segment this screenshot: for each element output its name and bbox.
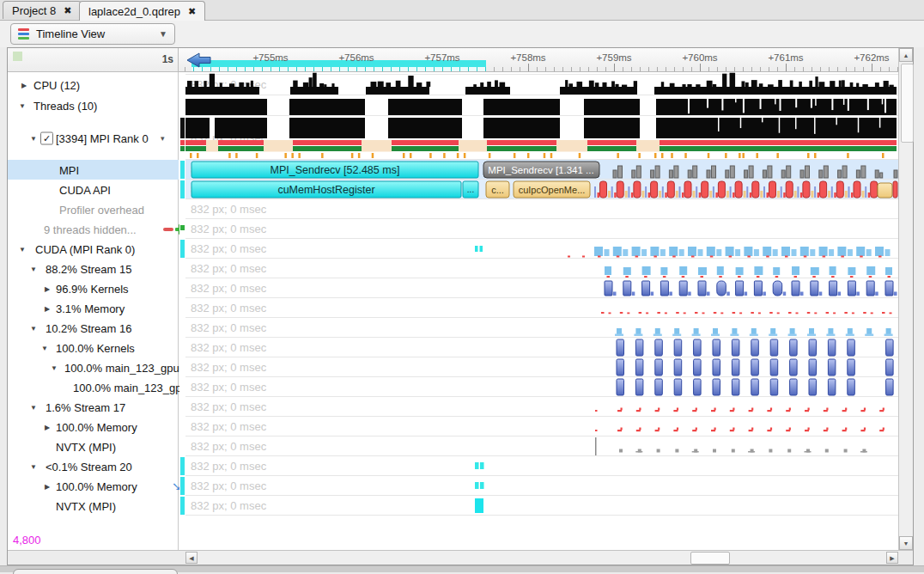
- tab-project-label: Project 8: [12, 4, 56, 17]
- sidebar-item-main123[interactable]: ▼100.0% main_123_gpu: [8, 357, 179, 377]
- sidebar-item-label: 100.0% main_123_gpu: [73, 381, 188, 394]
- expand-arrow-icon[interactable]: ▼: [19, 102, 26, 110]
- timeline-row-cuda-row[interactable]: [475, 246, 891, 258]
- timeline-row-memory20-row[interactable]: [475, 482, 484, 489]
- tab-qdrep-label: laplace2d_0.qdrep: [88, 5, 180, 18]
- expand-arrow-icon[interactable]: ▼: [30, 265, 37, 272]
- timeline-row-main123-row[interactable]: [617, 359, 893, 376]
- sidebar-item-kernels969[interactable]: ▶96.9% Kernels: [8, 278, 179, 298]
- row-marker-threads-hidden: [180, 225, 185, 230]
- collapse-arrow-icon[interactable]: ▶: [45, 284, 50, 292]
- sidebar-item-memory20[interactable]: ▶100.0% Memory➘: [8, 476, 179, 496]
- sidebar-item-profiler-overhead[interactable]: Profiler overhead: [8, 199, 179, 219]
- hide-threads-icon[interactable]: [163, 228, 173, 231]
- expand-arrow-icon[interactable]: ▼: [51, 363, 58, 371]
- sidebar-item-cpu[interactable]: ▶CPU (12): [8, 75, 179, 95]
- sidebar-item-memory31[interactable]: ▶3.1% Memory: [8, 298, 179, 318]
- timeline-tree: ▶CPU (12)▼Threads (10)▼✓[3394] MPI Rank …: [8, 72, 179, 550]
- collapse-arrow-icon[interactable]: ▶: [45, 304, 50, 312]
- timeline-panel: 1s +755ms+756ms+757ms+758ms+759ms+760ms+…: [7, 47, 914, 565]
- sidebar-item-label: NVTX (MPI): [56, 440, 116, 453]
- sidebar-item-main123b[interactable]: 100.0% main_123_gpu: [8, 377, 179, 397]
- timeline-row-threads-row[interactable]: [185, 99, 897, 115]
- expand-arrow-icon[interactable]: ▼: [30, 462, 37, 470]
- sidebar-item-kernels100[interactable]: ▼100.0% Kernels: [8, 338, 179, 357]
- row-marker-rank0: [180, 118, 185, 138]
- ruler-tick-label: +762ms: [842, 52, 898, 63]
- row-marker-nvtx2: [180, 497, 185, 515]
- sidebar-item-label: 100.0% Memory: [56, 479, 137, 492]
- timeline-row-memory17-row[interactable]: [595, 428, 884, 432]
- timeline-canvas[interactable]: MPI_Sendrecv [52.485 ms]MPI_Sendrecv [1.…: [185, 72, 898, 550]
- collapse-arrow-icon[interactable]: ▶: [45, 482, 50, 490]
- timeline-row-stream15-row[interactable]: [605, 266, 892, 278]
- expand-arrow-icon[interactable]: ▼: [41, 344, 48, 351]
- tab-qdrep-close-icon[interactable]: ✖: [188, 6, 196, 17]
- sidebar-item-nvtx1[interactable]: NVTX (MPI): [8, 437, 179, 456]
- timeline-row-kernels969-row[interactable]: [605, 281, 897, 296]
- zoom-back-arrow-button[interactable]: [185, 51, 213, 70]
- tab-project-close-icon[interactable]: ✖: [64, 5, 71, 16]
- horizontal-scroll-thumb[interactable]: [690, 552, 730, 565]
- timeline-ruler[interactable]: +755ms+756ms+757ms+758ms+759ms+760ms+761…: [179, 48, 898, 72]
- event-counter: 4,800: [13, 534, 41, 547]
- sidebar-item-cuda-api[interactable]: CUDA API: [8, 180, 179, 199]
- sidebar-item-threads[interactable]: ▼Threads (10): [8, 95, 179, 116]
- view-selector-dropdown[interactable]: Timeline View ▼: [10, 23, 175, 45]
- sidebar-item-mpi[interactable]: MPI: [8, 160, 179, 180]
- scroll-up-icon[interactable]: ▲: [899, 48, 913, 62]
- timeline-row-kernels100-row[interactable]: [617, 339, 893, 356]
- sidebar-item-label: CUDA (MPI Rank 0): [35, 242, 135, 255]
- expand-arrow-icon[interactable]: ▼: [30, 134, 37, 142]
- timeline-row-rank0-row[interactable]: [185, 118, 897, 158]
- horizontal-scrollbar[interactable]: ◀ ▶: [185, 551, 898, 565]
- sidebar-item-rank0[interactable]: ▼✓[3394] MPI Rank 0▾: [8, 116, 179, 160]
- view-selector-label: Timeline View: [36, 27, 105, 40]
- timeline-row-nvtx1-row[interactable]: [595, 437, 867, 455]
- scroll-down-icon[interactable]: ▼: [899, 536, 913, 550]
- sidebar-item-memory17[interactable]: ▶100.0% Memory: [8, 417, 179, 437]
- svg-text:...: ...: [467, 185, 474, 194]
- tree-header: 1s: [8, 48, 179, 72]
- ruler-tick-label: +758ms: [498, 52, 558, 63]
- chevron-down-icon: ▼: [159, 29, 167, 39]
- tab-project[interactable]: Project 8 ✖: [3, 1, 82, 19]
- sidebar-item-stream20[interactable]: ▼<0.1% Stream 20: [8, 456, 179, 476]
- sidebar-item-cuda[interactable]: ▼CUDA (MPI Rank 0): [8, 239, 179, 259]
- vertical-scroll-thumb[interactable]: [901, 64, 914, 143]
- expand-arrow-icon[interactable]: ▼: [30, 324, 37, 332]
- timeline-row-stream16-row[interactable]: [615, 328, 893, 336]
- expand-arrow-icon[interactable]: ▼: [30, 403, 37, 411]
- row-marker-memory20: [180, 477, 185, 495]
- sidebar-item-threads-hidden[interactable]: 9 threads hidden...: [8, 219, 179, 239]
- thread-checkbox[interactable]: ✓: [40, 131, 53, 144]
- sidebar-item-label: 1.6% Stream 17: [46, 400, 125, 413]
- svg-text:c...: c...: [491, 185, 504, 195]
- timeline-row-cuda-api-row[interactable]: cuMemHostRegister...c...cuIpcOpenMe...: [191, 181, 897, 198]
- sidebar-item-stream15[interactable]: ▼88.2% Stream 15: [8, 259, 179, 278]
- timeline-row-memory31-row[interactable]: [601, 312, 892, 314]
- timeline-row-main123b-row[interactable]: [617, 379, 893, 395]
- timeline-row-nvtx2-row[interactable]: [475, 498, 483, 513]
- ruler-tick-label: +760ms: [670, 52, 730, 63]
- sidebar-item-stream17[interactable]: ▼1.6% Stream 17: [8, 397, 179, 417]
- chevron-down-icon[interactable]: ▾: [161, 134, 165, 143]
- svg-text:cuMemHostRegister: cuMemHostRegister: [277, 184, 374, 196]
- scroll-right-icon[interactable]: ▶: [886, 552, 898, 564]
- sidebar-item-stream16[interactable]: ▼10.2% Stream 16: [8, 318, 179, 338]
- sidebar-item-label: 96.9% Kernels: [56, 282, 129, 295]
- timeline-row-stream20-row[interactable]: [475, 462, 484, 469]
- sidebar-item-label: <0.1% Stream 20: [46, 460, 132, 473]
- sidebar-item-label: MPI: [59, 163, 79, 176]
- scroll-left-icon[interactable]: ◀: [185, 552, 198, 564]
- timeline-row-mpi-row[interactable]: MPI_Sendrecv [52.485 ms]MPI_Sendrecv [1.…: [191, 162, 898, 178]
- vertical-scrollbar[interactable]: ▲ ▼: [898, 48, 913, 550]
- collapse-arrow-icon[interactable]: ▶: [21, 82, 27, 89]
- timeline-row-cpu-row[interactable]: [185, 73, 897, 95]
- timeline-row-stream17-row[interactable]: [595, 408, 884, 412]
- sidebar-item-nvtx2[interactable]: NVTX (MPI): [8, 496, 179, 516]
- tab-qdrep[interactable]: laplace2d_0.qdrep ✖: [79, 1, 205, 21]
- collapse-arrow-icon[interactable]: ▶: [45, 423, 50, 430]
- expand-arrow-icon[interactable]: ▼: [19, 245, 26, 253]
- bottom-panel-button[interactable]: [13, 569, 178, 574]
